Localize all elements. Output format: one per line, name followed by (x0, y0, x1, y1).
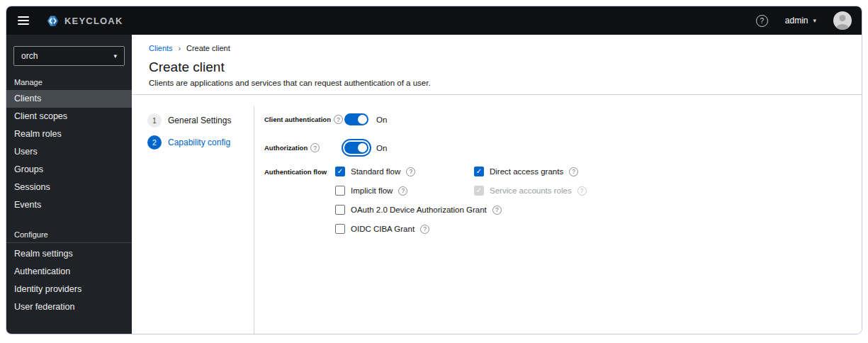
help-icon[interactable]: ? (569, 167, 578, 176)
wizard-step-capability-config[interactable]: 2 Capability config (147, 135, 254, 150)
help-icon[interactable]: ? (406, 167, 415, 176)
sidebar-item-authentication[interactable]: Authentication (6, 263, 132, 281)
checkbox-box: ✓ (474, 186, 484, 196)
sidebar-item-sessions[interactable]: Sessions (6, 179, 132, 196)
checkbox-box: ✓ (335, 186, 345, 196)
sidebar-nav: Manage Clients Client scopes Realm roles… (6, 78, 132, 316)
chevron-down-icon: ▾ (813, 17, 816, 24)
sidebar-item-identity-providers[interactable]: Identity providers (6, 281, 132, 298)
authorization-row: Authorization ? On (264, 142, 862, 154)
checkbox-oidc-ciba-grant[interactable]: ✓ OIDC CIBA Grant ? (335, 224, 587, 234)
authentication-flow-row: Authentication flow ✓ Standard flow ? ✓ … (264, 167, 862, 234)
sidebar-item-realm-settings[interactable]: Realm settings (6, 245, 132, 263)
breadcrumb-link-clients[interactable]: Clients (149, 44, 173, 52)
keycloak-logo-icon (45, 14, 61, 28)
checkbox-box: ✓ (335, 205, 345, 215)
step-number: 1 (147, 113, 162, 128)
toggle-state-label: On (376, 144, 387, 152)
top-bar: KEYCLOAK ? admin ▾ (6, 6, 862, 35)
authentication-flow-label: Authentication flow (264, 167, 335, 176)
chevron-down-icon: ▾ (113, 52, 117, 60)
brand-text: KEYCLOAK (64, 16, 123, 26)
keycloak-logo[interactable]: KEYCLOAK (45, 14, 123, 28)
help-icon[interactable]: ? (492, 206, 502, 215)
realm-select[interactable]: orch ▾ (13, 46, 125, 66)
authorization-toggle[interactable] (344, 142, 368, 154)
checkbox-box: ✓ (335, 224, 345, 234)
app-window: KEYCLOAK ? admin ▾ orch ▾ Manage (6, 6, 862, 334)
page-subtitle: Clients are applications and services th… (149, 79, 845, 87)
help-icon[interactable]: ? (420, 225, 429, 234)
main-content: Clients › Create client Create client Cl… (132, 35, 862, 334)
client-authentication-toggle[interactable] (344, 113, 368, 125)
breadcrumb-separator-icon: › (179, 45, 181, 52)
page-title: Create client (149, 60, 845, 75)
authorization-label: Authorization ? (264, 143, 335, 152)
checkbox-service-accounts-roles: ✓ Service accounts roles ? (474, 186, 587, 196)
toggle-state-label: On (376, 116, 387, 124)
nav-section-title: Manage (6, 78, 132, 86)
client-authentication-label: Client authentication ? (264, 115, 335, 124)
user-name: admin (785, 16, 808, 26)
sidebar-item-groups[interactable]: Groups (6, 161, 132, 179)
wizard-nav: 1 General Settings 2 Capability config (132, 95, 254, 334)
sidebar-item-users[interactable]: Users (6, 143, 132, 161)
nav-section-manage: Manage Clients Client scopes Realm roles… (6, 78, 132, 214)
checkbox-oauth-device-authorization-grant[interactable]: ✓ OAuth 2.0 Device Authorization Grant ? (335, 205, 587, 215)
avatar-person-icon (840, 15, 846, 21)
checkbox-box: ✓ (474, 167, 484, 176)
hamburger-icon (18, 16, 29, 18)
check-icon: ✓ (337, 168, 343, 175)
user-menu[interactable]: admin ▾ (785, 16, 816, 26)
checkbox-direct-access-grants[interactable]: ✓ Direct access grants ? (474, 167, 587, 176)
sidebar-item-client-scopes[interactable]: Client scopes (6, 108, 132, 125)
checkbox-standard-flow[interactable]: ✓ Standard flow ? (335, 167, 474, 176)
checkbox-box: ✓ (335, 167, 345, 176)
sidebar-item-user-federation[interactable]: User federation (6, 298, 132, 316)
nav-toggle-button[interactable] (15, 13, 32, 28)
client-authentication-row: Client authentication ? On (264, 113, 862, 125)
sidebar: orch ▾ Manage Clients Client scopes Real… (6, 35, 132, 334)
avatar[interactable] (833, 11, 852, 30)
nav-section-title: Configure (6, 230, 132, 239)
help-icon[interactable]: ? (398, 186, 407, 196)
step-label: General Settings (168, 116, 231, 125)
help-icon[interactable]: ? (310, 143, 320, 152)
help-icon[interactable]: ? (756, 15, 768, 27)
nav-section-configure: Configure Realm settings Authentication … (6, 230, 132, 316)
sidebar-item-events[interactable]: Events (6, 196, 132, 214)
checkbox-implicit-flow[interactable]: ✓ Implicit flow ? (335, 186, 474, 196)
help-icon[interactable]: ? (577, 186, 587, 196)
breadcrumb: Clients › Create client (149, 44, 845, 52)
sidebar-item-realm-roles[interactable]: Realm roles (6, 125, 132, 143)
capability-config-form: Client authentication ? On Authorization… (254, 95, 862, 334)
breadcrumb-current: Create client (186, 44, 230, 52)
sidebar-item-clients[interactable]: Clients (6, 90, 132, 108)
help-icon[interactable]: ? (334, 115, 343, 124)
step-number: 2 (147, 135, 162, 150)
check-icon: ✓ (476, 187, 482, 194)
page-header: Clients › Create client Create client Cl… (132, 35, 862, 95)
check-icon: ✓ (476, 168, 482, 175)
wizard-step-general-settings[interactable]: 1 General Settings (147, 113, 254, 128)
realm-select-value: orch (21, 51, 38, 61)
step-label: Capability config (168, 137, 230, 147)
authentication-flow-options: ✓ Standard flow ? ✓ Direct access grants… (335, 167, 587, 234)
